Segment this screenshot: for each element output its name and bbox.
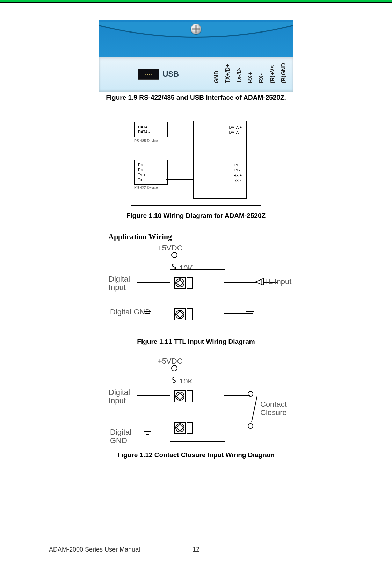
cc-diagram: +5VDC 10K DigitalInput DigitalGND: [102, 358, 290, 449]
rs422-rx+: Rx +: [138, 162, 164, 167]
terminal-2: [174, 308, 186, 320]
pin-rxp: RX+: [247, 63, 253, 83]
content-area: USB GND TX+/D+ Tx-/D- RX+ RX- (R)+Vs (B)…: [0, 3, 392, 459]
ground-icon: [246, 311, 254, 315]
wire: [224, 427, 250, 427]
wire: [166, 175, 194, 175]
wire: [166, 165, 194, 165]
wire: [166, 132, 194, 132]
figure-1-11-caption: Figure 1.11 TTL Input Wiring Diagram: [137, 338, 255, 346]
footer-manual-title: ADAM-2000 Series User Manual: [49, 546, 140, 553]
usb-port-icon: [138, 69, 159, 80]
wire: [224, 395, 250, 396]
din-label: DigitalInput: [109, 388, 130, 405]
vcc-label: +5VDC: [158, 243, 183, 253]
usb-label: USB: [163, 70, 179, 79]
rs422-device-box: Rx + Rx - Tx + Tx -: [134, 160, 168, 185]
terminal-rect: [187, 422, 193, 434]
rs485-d-: DATA -: [138, 129, 164, 134]
figure-1-9: USB GND TX+/D+ Tx-/D- RX+ RX- (R)+Vs (B)…: [0, 20, 392, 101]
wire: [166, 170, 194, 170]
module-block: [170, 269, 225, 328]
terminal-rect: [187, 308, 193, 320]
ttl-diagram: +5VDC 10K DigitalInput Digital GND: [102, 245, 290, 336]
figure-1-12-caption: Figure 1.12 Contact Closure Input Wiring…: [117, 451, 275, 459]
pin-txm: Tx-/D-: [236, 63, 242, 83]
device-photo: USB GND TX+/D+ Tx-/D- RX+ RX- (R)+Vs (B)…: [99, 20, 293, 92]
pin-gnd: GND: [213, 63, 220, 83]
device-case-top: [99, 22, 293, 57]
fig11-wrap: +5VDC 10K DigitalInput Digital GND: [102, 245, 290, 336]
figure-1-9-caption: Figure 1.9 RS-422/485 and USB interface …: [106, 94, 286, 101]
connector-strip: USB GND TX+/D+ Tx-/D- RX+ RX- (R)+Vs (B)…: [99, 57, 293, 92]
rs422-label: RS-422 Device: [134, 186, 158, 190]
terminal-2: [174, 422, 186, 434]
wire: [224, 282, 259, 283]
pin-labels: GND TX+/D+ Tx-/D- RX+ RX- (R)+Vs (B)GND: [213, 63, 287, 83]
pin-rxm: RX-: [258, 63, 264, 83]
figure-1-10-caption: Figure 1.10 Wiring Diagram for ADAM-2520…: [126, 212, 266, 220]
wiring-diagram-10: DATA + DATA - RS-485 Device Rx + Rx - Tx…: [131, 114, 261, 206]
pin-rvs: (R)+Vs: [269, 63, 276, 83]
wire: [166, 127, 194, 127]
contact-closure-label: ContactClosure: [260, 400, 287, 417]
pin-txp: TX+/D+: [225, 63, 231, 83]
rs485-d+: DATA +: [138, 125, 164, 129]
wire: [137, 395, 172, 396]
vcc-node: [171, 252, 177, 258]
vcc-node: [171, 365, 177, 371]
rs422-tx+: Tx +: [138, 172, 164, 177]
document-page: USB GND TX+/D+ Tx-/D- RX+ RX- (R)+Vs (B)…: [0, 0, 392, 568]
dgnd-label: DigitalGND: [110, 428, 131, 445]
terminal-rect: [187, 390, 193, 402]
terminal-rect: [187, 277, 193, 289]
vcc-label: +5VDC: [158, 357, 183, 366]
pin-bgnd: (B)GND: [281, 63, 287, 83]
application-wiring-title: Application Wiring: [108, 232, 172, 241]
footer-page-number: 12: [193, 546, 199, 553]
module-rs422-labels: Tx + Tx - Rx + Rx -: [234, 163, 242, 183]
din-label: DigitalInput: [109, 275, 130, 292]
rs485-label: RS-485 Device: [134, 139, 158, 143]
figure-1-12: +5VDC 10K DigitalInput DigitalGND: [0, 358, 392, 459]
module-block: [170, 383, 225, 442]
rs422-tx-: Tx -: [138, 177, 164, 182]
rs485-device-box: DATA + DATA -: [134, 122, 168, 137]
module-rs485-labels: DATA + DATA -: [229, 125, 242, 135]
wire: [166, 179, 194, 180]
fig12-wrap: +5VDC 10K DigitalInput DigitalGND: [102, 358, 290, 449]
ground-icon: [144, 311, 151, 315]
wire: [137, 282, 172, 283]
terminal-1: [174, 390, 186, 402]
wire: [224, 313, 248, 314]
rs422-rx-: Rx -: [138, 167, 164, 172]
screw-icon: [191, 24, 201, 34]
figure-1-11: +5VDC 10K DigitalInput Digital GND: [0, 245, 392, 346]
app-wiring-title-block: Application Wiring: [0, 232, 392, 245]
figure-1-10: DATA + DATA - RS-485 Device Rx + Rx - Tx…: [0, 114, 392, 220]
ttl-input-label: TTL Input: [259, 277, 291, 286]
terminal-1: [174, 277, 186, 289]
ground-icon: [144, 431, 151, 435]
